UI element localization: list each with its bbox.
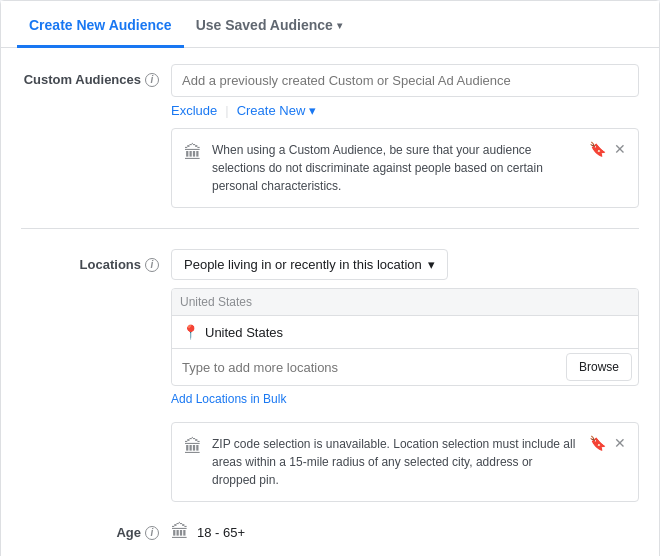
location-input-row: Browse: [172, 349, 638, 385]
custom-audiences-link-row: Exclude | Create New ▾: [171, 103, 639, 118]
location-search-input[interactable]: [172, 352, 560, 383]
locations-row: Locations i People living in or recently…: [21, 249, 639, 502]
location-bank-icon: 🏛: [184, 437, 202, 458]
custom-audiences-info-icon[interactable]: i: [145, 73, 159, 87]
custom-audiences-row: Custom Audiences i Exclude | Create New …: [21, 64, 639, 208]
notice-actions: 🔖 ✕: [589, 141, 626, 157]
age-value: 🏛 18 - 65+: [171, 522, 245, 543]
create-new-chevron-icon: ▾: [309, 103, 316, 118]
create-new-link[interactable]: Create New ▾: [237, 103, 316, 118]
location-notice-actions: 🔖 ✕: [589, 435, 626, 451]
location-selected-item: 📍 United States: [172, 316, 638, 349]
age-icon: 🏛: [171, 522, 189, 543]
link-separator: |: [225, 103, 228, 118]
tabs-bar: Create New Audience Use Saved Audience ▾: [1, 1, 659, 48]
tab-use-saved[interactable]: Use Saved Audience ▾: [184, 1, 354, 48]
locations-info-icon[interactable]: i: [145, 258, 159, 272]
tab-create-new[interactable]: Create New Audience: [17, 1, 184, 48]
notice-bookmark-button[interactable]: 🔖: [589, 141, 606, 157]
location-notice-bookmark-button[interactable]: 🔖: [589, 435, 606, 451]
section-divider: [21, 228, 639, 229]
age-label: Age i: [21, 525, 171, 540]
notice-close-button[interactable]: ✕: [614, 141, 626, 157]
age-row: Age i 🏛 18 - 65+: [21, 522, 639, 543]
custom-audiences-search-input[interactable]: [171, 64, 639, 97]
exclude-link[interactable]: Exclude: [171, 103, 217, 118]
custom-audiences-notice: 🏛 When using a Custom Audience, be sure …: [171, 128, 639, 208]
location-notice-close-button[interactable]: ✕: [614, 435, 626, 451]
location-header: United States: [172, 289, 638, 316]
custom-audiences-notice-text: When using a Custom Audience, be sure th…: [212, 141, 579, 195]
age-info-icon[interactable]: i: [145, 526, 159, 540]
chevron-down-icon: ▾: [337, 20, 342, 31]
content-area: Custom Audiences i Exclude | Create New …: [1, 48, 659, 556]
bank-icon: 🏛: [184, 143, 202, 164]
custom-audiences-label: Custom Audiences i: [21, 64, 171, 87]
location-pin-icon: 📍: [182, 324, 199, 340]
location-type-chevron-icon: ▾: [428, 257, 435, 272]
custom-audiences-field: Exclude | Create New ▾ 🏛 When using a Cu…: [171, 64, 639, 208]
locations-field: People living in or recently in this loc…: [171, 249, 639, 502]
location-notice-text: ZIP code selection is unavailable. Locat…: [212, 435, 579, 489]
add-bulk-link[interactable]: Add Locations in Bulk: [171, 392, 286, 406]
location-type-button[interactable]: People living in or recently in this loc…: [171, 249, 448, 280]
browse-button[interactable]: Browse: [566, 353, 632, 381]
locations-label: Locations i: [21, 249, 171, 272]
location-notice: 🏛 ZIP code selection is unavailable. Loc…: [171, 422, 639, 502]
location-box: United States 📍 United States Browse: [171, 288, 639, 386]
main-container: Create New Audience Use Saved Audience ▾…: [0, 0, 660, 556]
